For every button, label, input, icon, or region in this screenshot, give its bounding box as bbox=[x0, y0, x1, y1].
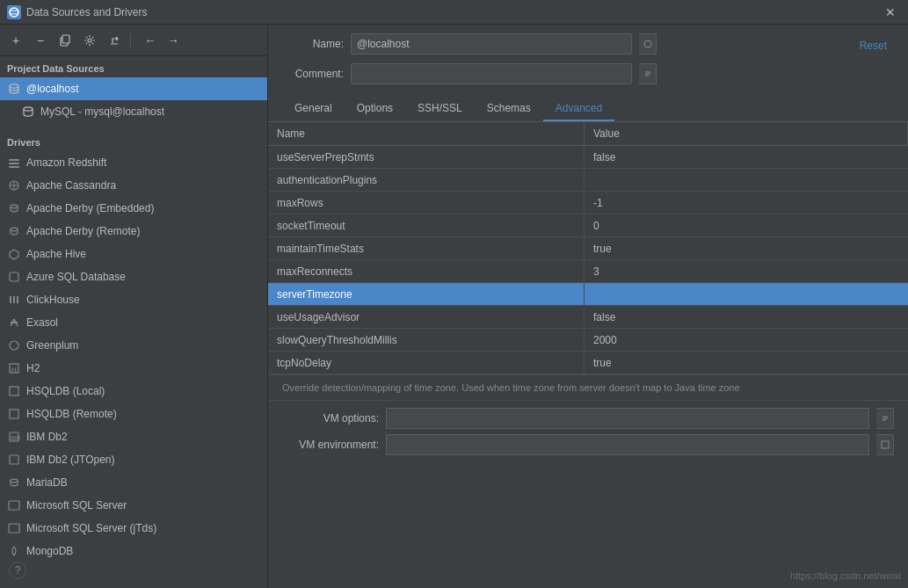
table-row[interactable]: maintainTimeStats true bbox=[268, 237, 908, 260]
row-value: false bbox=[585, 146, 908, 168]
driver-mongo-icon bbox=[7, 544, 21, 558]
tab-schemas[interactable]: Schemas bbox=[475, 97, 543, 121]
row-name: maxReconnects bbox=[268, 260, 585, 282]
datasource-localhost[interactable]: @localhost bbox=[0, 77, 267, 100]
table-row[interactable]: useUsageAdvisor false bbox=[268, 306, 908, 329]
svg-point-0 bbox=[10, 8, 18, 17]
row-name: authenticationPlugins bbox=[268, 169, 585, 191]
driver-apache-derby-remote-label: Apache Derby (Remote) bbox=[26, 225, 140, 237]
row-name: socketTimeout bbox=[268, 214, 585, 236]
svg-point-1 bbox=[10, 11, 18, 14]
driver-hsqldb-local-icon bbox=[7, 384, 21, 398]
name-input[interactable] bbox=[351, 33, 632, 54]
tab-advanced[interactable]: Advanced bbox=[543, 97, 614, 121]
driver-ibm-db2-jtopen-label: IBM Db2 (JTOpen) bbox=[26, 454, 114, 466]
tab-options[interactable]: Options bbox=[345, 97, 405, 121]
driver-hsqldb-local-label: HSQLDB (Local) bbox=[26, 385, 105, 397]
comment-input-end[interactable] bbox=[639, 63, 657, 84]
datasource-localhost-label: @localhost bbox=[26, 83, 79, 95]
vm-env-input[interactable] bbox=[386, 434, 869, 455]
driver-exasol-icon bbox=[7, 316, 21, 330]
row-value-selected bbox=[585, 283, 908, 305]
svg-rect-33 bbox=[882, 441, 889, 448]
driver-azure-sql[interactable]: Azure SQL Database bbox=[0, 265, 267, 288]
export-button[interactable] bbox=[104, 30, 125, 51]
vm-env-end[interactable] bbox=[876, 434, 894, 455]
table-row[interactable]: tcpNoDelay true bbox=[268, 352, 908, 374]
driver-clickhouse-label: ClickHouse bbox=[26, 294, 80, 306]
svg-rect-14 bbox=[10, 272, 18, 281]
driver-apache-cassandra[interactable]: Apache Cassandra bbox=[0, 174, 267, 197]
right-panel: Name: Reset Comment: bbox=[268, 25, 908, 588]
driver-mariadb-icon bbox=[7, 475, 21, 490]
svg-point-5 bbox=[10, 84, 18, 88]
driver-ibm-db2-jtopen[interactable]: IBM Db2 (JTOpen) bbox=[0, 448, 267, 471]
svg-rect-31 bbox=[9, 524, 19, 533]
tab-ssh-ssl[interactable]: SSH/SSL bbox=[405, 97, 475, 121]
driver-mongo-label: MongoDB bbox=[26, 545, 73, 557]
driver-clickhouse[interactable]: ClickHouse bbox=[0, 288, 267, 311]
table-row[interactable]: authenticationPlugins bbox=[268, 169, 908, 192]
row-value: 0 bbox=[585, 214, 908, 236]
tabs: General Options SSH/SSL Schemas Advanced bbox=[282, 97, 894, 121]
col-name: Name bbox=[268, 122, 585, 145]
comment-input[interactable] bbox=[351, 63, 632, 84]
driver-apache-derby-embedded[interactable]: Apache Derby (Embedded) bbox=[0, 197, 267, 220]
vm-env-label: VM environment: bbox=[282, 439, 379, 451]
driver-hsqldb-local[interactable]: HSQLDB (Local) bbox=[0, 380, 267, 403]
comment-label: Comment: bbox=[282, 68, 344, 80]
toolbar-separator bbox=[130, 33, 131, 47]
driver-mssql-jtds-icon bbox=[7, 521, 21, 535]
driver-mssql[interactable]: Microsoft SQL Server bbox=[0, 494, 267, 517]
tab-general[interactable]: General bbox=[282, 97, 345, 121]
vm-options-end[interactable] bbox=[876, 408, 894, 429]
row-value: -1 bbox=[585, 192, 908, 214]
nav-forward-button[interactable]: → bbox=[163, 30, 184, 51]
project-section-header: Project Data Sources bbox=[0, 56, 267, 77]
driver-azure-sql-icon bbox=[7, 270, 21, 284]
datasource-mysql[interactable]: MySQL - mysql@localhost bbox=[0, 100, 267, 123]
help-button[interactable]: ? bbox=[9, 562, 26, 579]
driver-mssql-jtds[interactable]: Microsoft SQL Server (jTds) bbox=[0, 517, 267, 540]
table-row-selected[interactable]: serverTimezone bbox=[268, 283, 908, 306]
title-bar: Data Sources and Drivers ✕ bbox=[0, 0, 908, 25]
window-title: Data Sources and Drivers bbox=[26, 6, 880, 18]
driver-ibm-db2[interactable]: IBM IBM Db2 bbox=[0, 425, 267, 448]
driver-amazon-redshift[interactable]: Amazon Redshift bbox=[0, 151, 267, 174]
driver-hsqldb-remote[interactable]: HSQLDB (Remote) bbox=[0, 403, 267, 425]
driver-exasol[interactable]: Exasol bbox=[0, 311, 267, 334]
reset-button[interactable]: Reset bbox=[860, 40, 894, 52]
close-button[interactable]: ✕ bbox=[880, 4, 901, 21]
driver-greenplum[interactable]: Greenplum bbox=[0, 334, 267, 357]
svg-point-6 bbox=[24, 107, 33, 111]
nav-back-button[interactable]: ← bbox=[140, 30, 161, 51]
name-input-end[interactable] bbox=[639, 33, 657, 54]
row-value bbox=[585, 169, 908, 191]
driver-apache-derby-remote[interactable]: Apache Derby (Remote) bbox=[0, 220, 267, 243]
table-header: Name Value bbox=[268, 122, 908, 146]
table-row[interactable]: slowQueryThresholdMillis 2000 bbox=[268, 329, 908, 352]
row-name: tcpNoDelay bbox=[268, 352, 585, 374]
driver-mariadb-label: MariaDB bbox=[26, 476, 68, 489]
svg-rect-16 bbox=[13, 296, 15, 303]
svg-point-12 bbox=[11, 228, 18, 231]
driver-apache-hive[interactable]: Apache Hive bbox=[0, 243, 267, 265]
table-row[interactable]: useServerPrepStmts false bbox=[268, 146, 908, 169]
vm-options-input[interactable] bbox=[386, 408, 869, 429]
driver-mongo[interactable]: MongoDB bbox=[0, 540, 267, 563]
driver-amazon-redshift-icon bbox=[7, 156, 21, 170]
driver-ibm-db2-label: IBM Db2 bbox=[26, 431, 68, 443]
settings-button[interactable] bbox=[79, 30, 100, 51]
driver-mariadb[interactable]: MariaDB bbox=[0, 471, 267, 494]
table-row[interactable]: socketTimeout 0 bbox=[268, 214, 908, 237]
table-row[interactable]: maxRows -1 bbox=[268, 192, 908, 214]
driver-ibm-db2-jtopen-icon bbox=[7, 453, 21, 467]
row-value: true bbox=[585, 352, 908, 374]
svg-text:IBM: IBM bbox=[11, 435, 20, 441]
driver-h2[interactable]: H H2 bbox=[0, 357, 267, 380]
copy-button[interactable] bbox=[54, 30, 76, 51]
remove-button[interactable]: − bbox=[30, 30, 51, 51]
add-button[interactable]: + bbox=[5, 30, 26, 51]
svg-rect-25 bbox=[10, 410, 18, 418]
table-row[interactable]: maxReconnects 3 bbox=[268, 260, 908, 283]
